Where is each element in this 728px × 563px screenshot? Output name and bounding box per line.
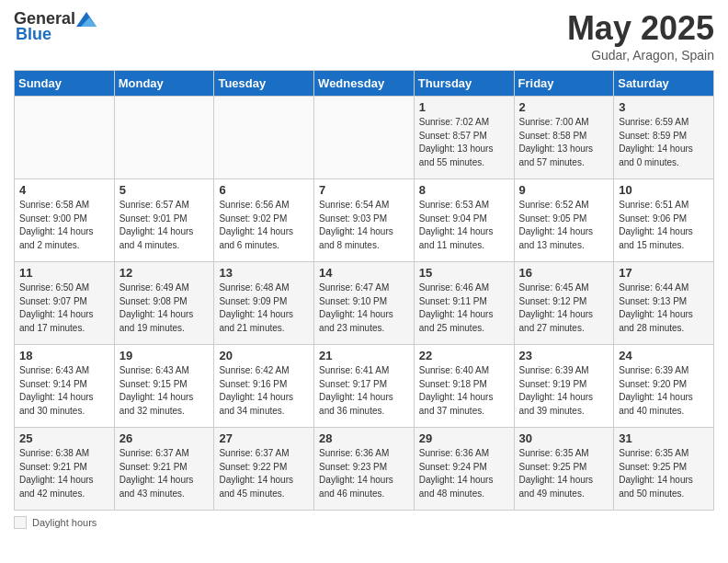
day-details: Sunrise: 6:49 AM Sunset: 9:08 PM Dayligh… [119,282,210,335]
day-number: 16 [519,266,609,280]
day-details: Sunrise: 6:45 AM Sunset: 9:12 PM Dayligh… [519,282,609,335]
day-details: Sunrise: 6:44 AM Sunset: 9:13 PM Dayligh… [619,282,709,335]
calendar-cell: 18Sunrise: 6:43 AM Sunset: 9:14 PM Dayli… [15,345,115,428]
day-details: Sunrise: 6:58 AM Sunset: 9:00 PM Dayligh… [19,199,109,252]
day-number: 11 [19,266,109,280]
title-block: May 2025 Gudar, Aragon, Spain [567,9,714,63]
day-number: 15 [419,266,509,280]
day-number: 18 [19,349,109,362]
day-number: 6 [219,183,309,197]
calendar-cell: 9Sunrise: 6:52 AM Sunset: 9:05 PM Daylig… [514,179,614,262]
day-number: 4 [19,183,109,197]
day-number: 28 [319,431,409,445]
weekday-header-saturday: Saturday [614,71,714,97]
legend-label: Daylight hours [32,517,97,528]
week-row-3: 11Sunrise: 6:50 AM Sunset: 9:07 PM Dayli… [15,262,714,345]
day-details: Sunrise: 6:47 AM Sunset: 9:10 PM Dayligh… [319,282,409,335]
day-number: 7 [319,183,409,197]
header: General Blue May 2025 Gudar, Aragon, Spa… [14,9,714,63]
day-details: Sunrise: 6:53 AM Sunset: 9:04 PM Dayligh… [419,199,509,252]
day-number: 10 [619,183,709,197]
day-details: Sunrise: 6:35 AM Sunset: 9:25 PM Dayligh… [519,447,609,500]
logo-icon [76,10,97,29]
day-details: Sunrise: 6:50 AM Sunset: 9:07 PM Dayligh… [19,282,109,335]
calendar-cell: 26Sunrise: 6:37 AM Sunset: 9:21 PM Dayli… [114,428,214,511]
week-row-5: 25Sunrise: 6:38 AM Sunset: 9:21 PM Dayli… [15,428,714,511]
calendar-cell: 24Sunrise: 6:39 AM Sunset: 9:20 PM Dayli… [614,345,714,428]
day-number: 23 [519,349,609,362]
day-details: Sunrise: 6:46 AM Sunset: 9:11 PM Dayligh… [419,282,509,335]
day-details: Sunrise: 6:36 AM Sunset: 9:23 PM Dayligh… [319,447,409,500]
legend-box [14,516,27,529]
weekday-header-thursday: Thursday [414,71,514,97]
calendar-cell: 5Sunrise: 6:57 AM Sunset: 9:01 PM Daylig… [114,179,214,262]
calendar-cell: 25Sunrise: 6:38 AM Sunset: 9:21 PM Dayli… [15,428,115,511]
day-number: 9 [519,183,609,197]
calendar-cell: 31Sunrise: 6:35 AM Sunset: 9:25 PM Dayli… [614,428,714,511]
day-details: Sunrise: 6:35 AM Sunset: 9:25 PM Dayligh… [619,447,709,500]
day-details: Sunrise: 6:57 AM Sunset: 9:01 PM Dayligh… [119,199,210,252]
footer: Daylight hours [14,516,714,529]
week-row-1: 1Sunrise: 7:02 AM Sunset: 8:57 PM Daylig… [15,97,714,179]
month-title: May 2025 [567,9,714,48]
day-details: Sunrise: 6:36 AM Sunset: 9:24 PM Dayligh… [419,447,509,500]
page: General Blue May 2025 Gudar, Aragon, Spa… [0,0,728,538]
calendar-cell [214,97,314,179]
day-number: 14 [319,266,409,280]
day-number: 12 [119,266,210,280]
day-details: Sunrise: 6:48 AM Sunset: 9:09 PM Dayligh… [219,282,309,335]
day-number: 19 [119,349,210,362]
calendar-cell: 23Sunrise: 6:39 AM Sunset: 9:19 PM Dayli… [514,345,614,428]
day-details: Sunrise: 6:43 AM Sunset: 9:15 PM Dayligh… [119,364,210,418]
day-number: 25 [19,431,109,445]
calendar-cell: 7Sunrise: 6:54 AM Sunset: 9:03 PM Daylig… [314,179,415,262]
day-details: Sunrise: 6:39 AM Sunset: 9:20 PM Dayligh… [619,364,709,418]
calendar-cell: 28Sunrise: 6:36 AM Sunset: 9:23 PM Dayli… [314,428,415,511]
day-details: Sunrise: 6:56 AM Sunset: 9:02 PM Dayligh… [219,199,309,252]
day-details: Sunrise: 7:02 AM Sunset: 8:57 PM Dayligh… [419,116,509,169]
calendar-cell: 6Sunrise: 6:56 AM Sunset: 9:02 PM Daylig… [214,179,314,262]
calendar-cell [314,97,415,179]
day-number: 3 [619,100,709,114]
calendar-cell: 29Sunrise: 6:36 AM Sunset: 9:24 PM Dayli… [414,428,514,511]
calendar-cell: 17Sunrise: 6:44 AM Sunset: 9:13 PM Dayli… [614,262,714,345]
day-details: Sunrise: 6:39 AM Sunset: 9:19 PM Dayligh… [519,364,609,418]
calendar-cell: 30Sunrise: 6:35 AM Sunset: 9:25 PM Dayli… [514,428,614,511]
calendar-cell [114,97,214,179]
calendar-cell: 27Sunrise: 6:37 AM Sunset: 9:22 PM Dayli… [214,428,314,511]
calendar-cell: 20Sunrise: 6:42 AM Sunset: 9:16 PM Dayli… [214,345,314,428]
day-number: 2 [519,100,609,114]
calendar-cell: 13Sunrise: 6:48 AM Sunset: 9:09 PM Dayli… [214,262,314,345]
calendar-table: SundayMondayTuesdayWednesdayThursdayFrid… [14,70,714,511]
week-row-4: 18Sunrise: 6:43 AM Sunset: 9:14 PM Dayli… [15,345,714,428]
calendar-cell: 22Sunrise: 6:40 AM Sunset: 9:18 PM Dayli… [414,345,514,428]
calendar-cell: 12Sunrise: 6:49 AM Sunset: 9:08 PM Dayli… [114,262,214,345]
day-number: 8 [419,183,509,197]
weekday-header-sunday: Sunday [15,71,115,97]
logo: General Blue [14,9,97,44]
day-number: 24 [619,349,709,362]
day-details: Sunrise: 6:54 AM Sunset: 9:03 PM Dayligh… [319,199,409,252]
day-details: Sunrise: 6:51 AM Sunset: 9:06 PM Dayligh… [619,199,709,252]
day-number: 21 [319,349,409,362]
day-details: Sunrise: 6:37 AM Sunset: 9:21 PM Dayligh… [119,447,210,500]
day-number: 22 [419,349,509,362]
weekday-header-wednesday: Wednesday [314,71,415,97]
calendar-cell: 3Sunrise: 6:59 AM Sunset: 8:59 PM Daylig… [614,97,714,179]
day-number: 31 [619,431,709,445]
calendar-cell: 16Sunrise: 6:45 AM Sunset: 9:12 PM Dayli… [514,262,614,345]
day-details: Sunrise: 6:52 AM Sunset: 9:05 PM Dayligh… [519,199,609,252]
day-details: Sunrise: 6:43 AM Sunset: 9:14 PM Dayligh… [19,364,109,418]
day-number: 20 [219,349,309,362]
calendar-cell: 10Sunrise: 6:51 AM Sunset: 9:06 PM Dayli… [614,179,714,262]
day-details: Sunrise: 6:40 AM Sunset: 9:18 PM Dayligh… [419,364,509,418]
calendar-cell: 14Sunrise: 6:47 AM Sunset: 9:10 PM Dayli… [314,262,415,345]
day-number: 26 [119,431,210,445]
calendar-cell: 21Sunrise: 6:41 AM Sunset: 9:17 PM Dayli… [314,345,415,428]
weekday-header-tuesday: Tuesday [214,71,314,97]
day-number: 27 [219,431,309,445]
calendar-cell: 11Sunrise: 6:50 AM Sunset: 9:07 PM Dayli… [15,262,115,345]
day-number: 5 [119,183,210,197]
day-details: Sunrise: 6:59 AM Sunset: 8:59 PM Dayligh… [619,116,709,169]
weekday-header-friday: Friday [514,71,614,97]
